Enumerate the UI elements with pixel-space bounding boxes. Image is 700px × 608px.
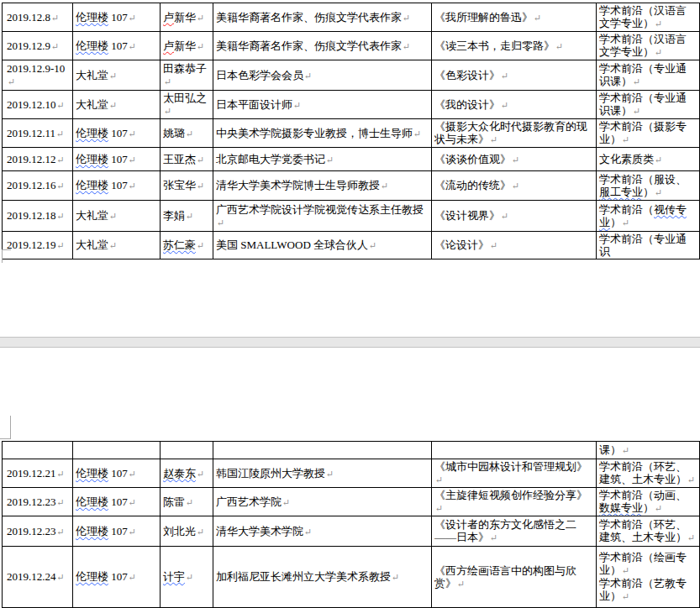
speaker-cell[interactable]: 赵泰东↵ [161,459,213,488]
date-cell[interactable]: 2019.12.12↵ [3,148,73,171]
topic-cell[interactable]: 《设计者的东方文化感悟之二——日本》↵ [432,516,597,547]
category-cell[interactable]: 学术前沿（专业通识课）↵ [597,60,700,91]
speaker-cell[interactable]: 计宇↵ [161,547,213,608]
date-cell[interactable]: 2019.12.9-10↵ [3,60,73,91]
speaker-cell[interactable]: 苏仁豪↵ [161,232,213,259]
paragraph-mark-icon: ↵ [185,211,193,221]
venue-cell[interactable]: 大礼堂↵ [73,232,161,259]
speaker-cell[interactable]: 陈雷↵ [161,488,213,516]
document-page[interactable]: 2019.12.8↵伦理楼 107↵卢新华↵美籍华裔著名作家、伤痕文学代表作家↵… [0,0,700,608]
affiliation-cell[interactable]: 广西艺术学院↵ [213,488,432,516]
paragraph-mark-icon: ↵ [196,469,204,479]
affiliation-cell[interactable]: 清华大学美术学院博士生导师教授↵ [213,171,432,201]
speaker-cell[interactable]: 卢新华↵ [161,3,213,32]
date-cell[interactable]: 2019.12.24↵ [3,547,73,608]
affiliation-cell[interactable]: 韩国江陵原州大学教授↵ [213,459,432,488]
affiliation-cell[interactable] [213,442,432,459]
category-cell[interactable]: 学术前沿（专业通识课）↵ [597,91,700,119]
table-row: 2019.12.11↵伦理楼 107↵姚璐↵中央美术学院摄影专业教授，博士生导师… [3,119,700,148]
venue-cell[interactable]: 伦理楼 107↵ [73,148,161,171]
topic-cell[interactable]: 《摄影大众化时代摄影教育的现状与未来》↵ [432,119,597,148]
topic-cell[interactable]: 《读三本书，走归零路》↵ [432,32,597,60]
venue-cell[interactable]: 伦理楼 107↵ [73,547,161,608]
topic-cell[interactable]: 《城市中园林设计和管理规划》↵ [432,459,597,488]
category-cell[interactable]: 学术前沿（服设、服工专业）↵ [597,171,700,201]
affiliation-cell[interactable]: 美籍华裔著名作家、伤痕文学代表作家↵ [213,32,432,60]
affiliation-cell[interactable]: 中央美术学院摄影专业教授，博士生导师↵ [213,119,432,148]
topic-cell[interactable]: 《流动的传统》↵ [432,171,597,201]
category-cell[interactable]: 学术前沿（视传专业）↵ [597,201,700,232]
affiliation-cell[interactable]: 日本色彩学会会员↵ [213,60,432,91]
paragraph-mark-icon: ↵ [128,497,136,507]
category-cell[interactable]: 学术前沿（专业通识 [597,232,700,259]
date-cell[interactable]: 2019.12.10↵ [3,91,73,119]
paragraph-mark-icon: ↵ [282,497,290,507]
speaker-cell[interactable] [161,442,213,459]
topic-cell[interactable]: 《我所理解的鲁迅》↵ [432,3,597,32]
affiliation-cell[interactable]: 广西艺术学院设计学院视觉传达系主任教授↵ [213,201,432,232]
topic-cell[interactable]: 《色彩设计》↵ [432,60,597,91]
venue-cell[interactable]: 伦理楼 107↵ [73,119,161,148]
speaker-cell[interactable]: 李娟↵ [161,201,213,232]
speaker-cell[interactable]: 姚璐↵ [161,119,213,148]
affiliation-cell[interactable]: 美籍华裔著名作家、伤痕文学代表作家↵ [213,3,432,32]
speaker-cell[interactable]: 太田弘之↵ [161,91,213,119]
table-row: 2019.12.9↵伦理楼 107↵卢新华↵美籍华裔著名作家、伤痕文学代表作家↵… [3,32,700,60]
category-cell[interactable]: 文化素质类↵ [597,148,700,171]
topic-cell[interactable] [432,442,597,459]
speaker-cell[interactable]: 卢新华↵ [161,32,213,60]
venue-cell[interactable]: 大礼堂↵ [73,91,161,119]
date-cell[interactable]: 2019.12.23↵ [3,488,73,516]
date-cell[interactable]: 2019.12.21↵ [3,459,73,488]
date-cell[interactable] [3,442,73,459]
topic-cell[interactable]: 《我的设计》↵ [432,91,597,119]
venue-cell[interactable]: 伦理楼 107↵ [73,171,161,201]
venue-cell[interactable]: 大礼堂↵ [73,60,161,91]
category-cell[interactable]: 学术前沿（汉语言文学专业）↵ [597,3,700,32]
venue-cell[interactable]: 伦理楼 107↵ [73,3,161,32]
affiliation-cell[interactable]: 清华大学美术学院↵ [213,516,432,547]
category-cell[interactable]: 学术前沿（绘画专业）↵学术前沿（艺教专业）↵ [597,547,700,608]
date-cell[interactable]: 2019.12.8↵ [3,3,73,32]
speaker-cell[interactable]: 刘北光↵ [161,516,213,547]
venue-cell[interactable]: 大礼堂↵ [73,201,161,232]
affiliation-cell[interactable]: 日本平面设计师↵ [213,91,432,119]
venue-cell[interactable]: 伦理楼 107↵ [73,459,161,488]
category-cell[interactable]: 课）↵ [597,442,700,459]
category-cell[interactable]: 学术前沿（环艺、建筑、土木专业）↵ [597,459,700,488]
spellcheck-underline: 数媒专业 [599,501,643,514]
date-cell[interactable]: 2019.12.11↵ [3,119,73,148]
date-cell[interactable]: 2019.12.16↵ [3,171,73,201]
affiliation-cell[interactable]: 北京邮电大学党委书记↵ [213,148,432,171]
speaker-cell[interactable]: 王亚杰↵ [161,148,213,171]
paragraph-mark-icon: ↵ [402,13,410,23]
spellcheck-underline: 服工专业 [599,186,643,198]
date-cell[interactable]: 2019.12.18↵ [3,201,73,232]
date-cell[interactable]: 2019.12.19↵ [3,232,73,259]
affiliation-cell[interactable]: 加利福尼亚长滩州立大学美术系教授↵ [213,547,432,608]
venue-cell[interactable]: 伦理楼 107↵ [73,516,161,547]
topic-cell[interactable]: 《主旋律短视频创作经验分享》↵ [432,488,597,516]
affiliation-cell[interactable]: 美国 SMALLWOOD 全球合伙人↵ [213,232,432,259]
venue-cell[interactable]: 伦理楼 107↵ [73,488,161,516]
speaker-cell[interactable]: 田森恭子↵ [161,60,213,91]
speaker-cell[interactable]: 张宝华↵ [161,171,213,201]
date-cell[interactable]: 2019.12.9↵ [3,32,73,60]
topic-cell[interactable]: 《西方绘画语言中的构图与欣赏》↵ [432,547,597,608]
venue-cell[interactable]: 伦理楼 107↵ [73,32,161,60]
paragraph-mark-icon: ↵ [50,41,59,51]
category-cell[interactable]: 学术前沿（汉语言文学专业）↵ [597,32,700,60]
topic-cell[interactable]: 《论设计》↵ [432,232,597,259]
category-cell[interactable]: 学术前沿（环艺、建筑、土木专业）↵ [597,516,700,547]
paragraph-mark-icon: ↵ [108,71,117,81]
date-cell[interactable]: 2019.12.23↵ [3,516,73,547]
category-cell[interactable]: 学术前沿（动画、数媒专业）↵ [597,488,700,516]
category-cell[interactable]: 学术前沿（摄影专业）↵ [597,119,700,148]
table-row: 2019.12.18↵大礼堂↵李娟↵广西艺术学院设计学院视觉传达系主任教授↵《设… [3,201,700,232]
paragraph-mark-icon: ↵ [654,18,662,29]
venue-cell[interactable] [73,442,161,459]
paragraph-mark-icon: ↵ [108,100,117,110]
topic-cell[interactable]: 《设计视界》↵ [432,201,597,232]
topic-cell[interactable]: 《谈谈价值观》↵ [432,148,597,171]
paragraph-mark-icon: ↵ [50,13,59,23]
